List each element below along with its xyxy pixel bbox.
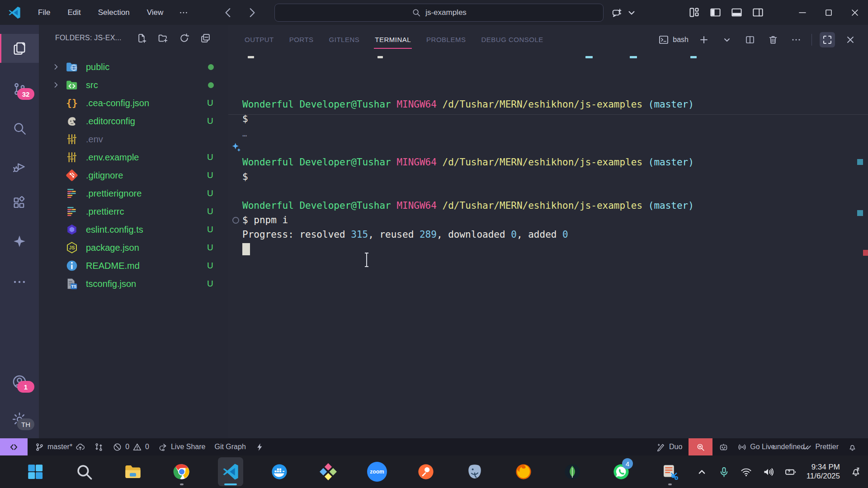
menu-view[interactable]: View	[140, 5, 171, 20]
status-compare[interactable]	[90, 438, 108, 455]
mic-icon[interactable]	[718, 466, 730, 478]
activity-item-run-debug[interactable]	[0, 152, 39, 181]
menu-file[interactable]: File	[31, 5, 57, 20]
tree-item-.prettierignore[interactable]: .prettierignoreU	[39, 184, 228, 202]
minimize-button[interactable]	[789, 0, 816, 25]
notification-bell-icon[interactable]	[850, 466, 862, 478]
taskbar-whatsapp[interactable]: 4	[609, 457, 634, 486]
chevron-up-icon[interactable]	[696, 466, 708, 478]
tree-item-public[interactable]: public	[39, 58, 228, 76]
activity-item-ai-sparkle[interactable]	[0, 227, 39, 256]
activity-item-more[interactable]	[0, 267, 39, 296]
status-problems[interactable]: 00	[108, 438, 154, 455]
status-prettier[interactable]: Prettier	[798, 438, 843, 455]
refresh-icon[interactable]	[179, 33, 190, 44]
terminal-viewport[interactable]: Wonderful Developer@Tushar MINGW64 /d/Tu…	[228, 54, 868, 438]
terminal-dropdown-icon[interactable]	[719, 32, 735, 47]
collapse-all-icon[interactable]	[200, 33, 211, 44]
taskbar-explorer[interactable]	[120, 457, 146, 486]
panel-tab-ports[interactable]: PORTS	[288, 33, 315, 46]
close-button[interactable]	[842, 0, 868, 25]
panel-tab-terminal[interactable]: TERMINAL	[374, 33, 412, 46]
panel-tab-debug-console[interactable]: DEBUG CONSOLE	[480, 33, 544, 46]
taskbar-vscode[interactable]	[218, 457, 243, 486]
close-panel-button[interactable]	[843, 32, 858, 47]
taskbar-mongodb[interactable]	[560, 457, 585, 486]
panel-tab-output[interactable]: OUTPUT	[244, 33, 275, 46]
taskbar-docker[interactable]	[267, 457, 292, 486]
tree-item-README.md[interactable]: README.mdU	[39, 257, 228, 275]
status-sparkle[interactable]: undefined	[779, 438, 798, 455]
split-terminal-button[interactable]	[742, 32, 758, 47]
command-decoration-icon[interactable]	[232, 217, 239, 224]
tree-item-.gitignore[interactable]: .gitignoreU	[39, 166, 228, 184]
ai-sparkle-icon	[12, 234, 27, 249]
taskbar-snip[interactable]	[657, 457, 683, 486]
status-bolt[interactable]	[250, 438, 269, 455]
terminal-line: $	[242, 169, 694, 184]
tree-item-eslint.config.ts[interactable]: eslint.config.tsU	[39, 221, 228, 239]
system-clock[interactable]: 9:34 PM 11/6/2025	[807, 463, 840, 481]
nav-back-icon[interactable]	[222, 7, 234, 19]
command-center-search[interactable]: js-examples	[274, 4, 604, 22]
maximize-button[interactable]	[816, 0, 842, 25]
tree-item-tsconfig.json[interactable]: TStsconfig.jsonU	[39, 275, 228, 293]
err-icon	[113, 442, 122, 452]
new-terminal-button[interactable]	[696, 32, 712, 47]
tree-item-.env.example[interactable]: .env.exampleU	[39, 148, 228, 166]
bell-icon	[848, 442, 857, 452]
battery-icon[interactable]	[784, 466, 797, 478]
tree-item-.env[interactable]: .env	[39, 130, 228, 148]
kill-terminal-button[interactable]	[765, 32, 781, 47]
wifi-icon[interactable]	[740, 466, 752, 478]
activity-item-extensions[interactable]	[0, 188, 39, 217]
status-robot[interactable]	[714, 438, 733, 455]
tree-item-.cea-config.json[interactable]: {}.cea-config.jsonU	[39, 94, 228, 112]
menu-selection[interactable]: Selection	[91, 5, 137, 20]
status-remote[interactable]	[0, 438, 28, 455]
folders-section-title[interactable]: FOLDERS: JS-EX...	[55, 34, 122, 42]
activity-item-accounts[interactable]: 1	[0, 367, 39, 396]
status-git-graph[interactable]: Git Graph	[210, 438, 250, 455]
taskbar-search[interactable]	[71, 457, 97, 486]
volume-icon[interactable]	[762, 466, 774, 478]
maximize-panel-button[interactable]	[820, 32, 835, 47]
menu-edit[interactable]: Edit	[60, 5, 88, 20]
panel-tab-gitlens[interactable]: GITLENS	[328, 33, 361, 46]
toggle-sidebar-icon[interactable]	[709, 6, 722, 19]
terminal-shell-tab[interactable]: bash	[658, 34, 689, 45]
new-folder-icon[interactable]	[157, 33, 169, 44]
status-notifications[interactable]	[843, 438, 862, 455]
search-icon	[75, 462, 94, 481]
ai-sparkle-icon[interactable]	[231, 142, 243, 154]
status-live-share[interactable]: Live Share	[154, 438, 210, 455]
copilot-menu[interactable]	[611, 5, 637, 20]
status-branch[interactable]: master*	[30, 438, 90, 455]
nav-forward-icon[interactable]	[246, 7, 258, 19]
activity-item-search[interactable]	[0, 114, 39, 143]
bottom-panel: OUTPUTPORTSGITLENSTERMINALPROBLEMSDEBUG …	[228, 25, 868, 438]
taskbar-firefox[interactable]	[511, 457, 536, 486]
activity-item-settings[interactable]: TH	[0, 405, 39, 434]
panel-tab-problems[interactable]: PROBLEMS	[425, 33, 467, 46]
status-zoom-control[interactable]	[689, 438, 712, 455]
tree-item-.editorconfig[interactable]: .editorconfigU	[39, 112, 228, 130]
status-duo[interactable]: Duo	[652, 438, 687, 455]
terminal-more-actions-button[interactable]	[788, 32, 804, 47]
toggle-secondary-sidebar-icon[interactable]	[752, 6, 764, 19]
taskbar-chrome[interactable]	[169, 457, 194, 486]
taskbar-diagrams[interactable]	[316, 457, 341, 486]
tree-item-package.json[interactable]: JSpackage.jsonU	[39, 239, 228, 257]
taskbar-zoom[interactable]: zoom	[364, 457, 390, 486]
taskbar-start[interactable]	[23, 457, 48, 486]
activity-item-explorer[interactable]	[0, 34, 39, 63]
menu-more-icon[interactable]	[173, 7, 194, 19]
customize-layout-icon[interactable]	[688, 6, 700, 19]
tree-item-src[interactable]: src	[39, 76, 228, 94]
taskbar-postgres[interactable]	[462, 457, 487, 486]
toggle-panel-icon[interactable]	[731, 6, 743, 19]
tree-item-.prettierrc[interactable]: .prettierrcU	[39, 202, 228, 221]
taskbar-postman[interactable]	[413, 457, 439, 486]
activity-item-source-control[interactable]: 32	[0, 75, 39, 103]
new-file-icon[interactable]	[136, 33, 147, 44]
